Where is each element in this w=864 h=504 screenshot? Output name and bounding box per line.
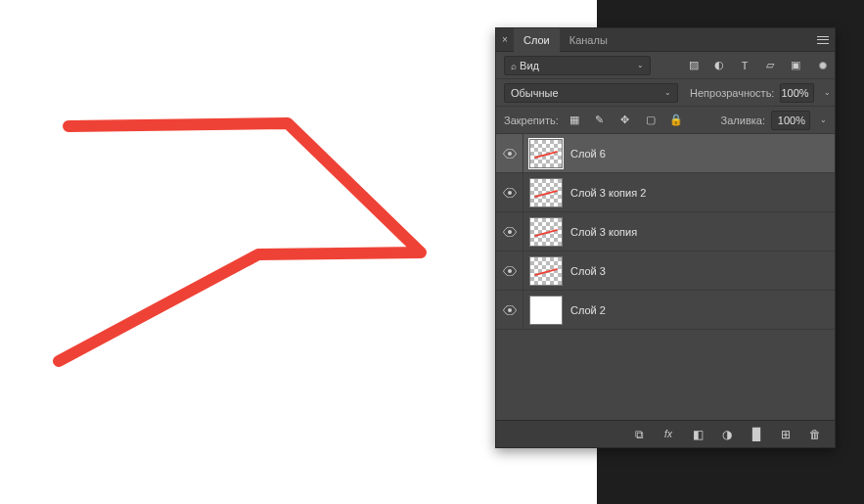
eye-icon	[503, 266, 517, 276]
eye-icon	[503, 227, 517, 237]
layer-thumbnail[interactable]	[529, 296, 563, 325]
eye-icon	[503, 188, 517, 198]
panel-footer: ⧉fx◧◑▉⊞🗑	[496, 420, 835, 447]
mask-icon[interactable]: ◧	[688, 425, 707, 444]
close-icon[interactable]: ×	[496, 28, 514, 52]
filter-toggle[interactable]	[819, 62, 827, 69]
type-filter-icon[interactable]: T	[735, 56, 754, 75]
lock-row: Закрепить: ▦✎✥▢🔒 Заливка: 100% ⌄	[496, 107, 835, 134]
smartobj-filter-icon[interactable]: ▣	[786, 56, 805, 75]
layer-name[interactable]: Слой 3 копия 2	[570, 187, 646, 199]
eye-icon	[503, 149, 517, 159]
image-filter-icon[interactable]: ▨	[684, 56, 704, 75]
filter-label: Вид	[520, 60, 539, 71]
svg-point-3	[508, 269, 512, 273]
lock-brush-icon[interactable]: ✎	[590, 111, 610, 130]
lock-label: Закрепить:	[504, 115, 559, 126]
blend-mode-select[interactable]: Обычные ⌄	[504, 83, 678, 103]
svg-point-4	[508, 308, 512, 312]
layer-thumbnail[interactable]	[529, 139, 563, 168]
layer-row[interactable]: Слой 2	[496, 291, 835, 330]
layer-row[interactable]: Слой 6	[496, 134, 835, 173]
layer-name[interactable]: Слой 6	[570, 148, 606, 160]
layer-row[interactable]: Слой 3 копия	[496, 212, 835, 252]
lock-pixels-icon[interactable]: ▦	[565, 111, 584, 130]
layers-list: Слой 6Слой 3 копия 2Слой 3 копияСлой 3Сл…	[496, 134, 835, 420]
layer-thumbnail[interactable]	[529, 217, 563, 247]
visibility-toggle[interactable]	[496, 134, 523, 172]
chevron-down-icon: ⌄	[664, 88, 671, 97]
visibility-toggle[interactable]	[496, 291, 523, 329]
lock-all-icon[interactable]: 🔒	[666, 111, 686, 130]
visibility-toggle[interactable]	[496, 173, 523, 211]
panel-header: × СлоиКаналы	[496, 28, 835, 52]
layer-thumbnail[interactable]	[529, 178, 563, 207]
lock-move-icon[interactable]: ✥	[615, 111, 635, 130]
fx-icon[interactable]: fx	[659, 425, 678, 444]
blend-mode-label: Обычные	[511, 87, 559, 99]
visibility-toggle[interactable]	[496, 212, 523, 251]
visibility-toggle[interactable]	[496, 252, 523, 290]
svg-point-2	[508, 230, 512, 234]
lock-artboard-icon[interactable]: ▢	[641, 111, 660, 130]
blend-row: Обычные ⌄ Непрозрачность: 100% ⌄	[496, 79, 835, 107]
layer-name[interactable]: Слой 3 копия	[570, 226, 637, 238]
group-icon[interactable]: ▉	[747, 425, 766, 444]
svg-point-1	[508, 191, 512, 195]
link-icon[interactable]: ⧉	[629, 425, 649, 444]
layer-name[interactable]: Слой 2	[570, 304, 606, 316]
chevron-down-icon[interactable]: ⌄	[820, 115, 827, 124]
tab-channels[interactable]: Каналы	[560, 28, 617, 52]
trash-icon[interactable]: 🗑	[805, 425, 825, 444]
layer-name[interactable]: Слой 3	[570, 265, 606, 277]
svg-point-0	[508, 152, 512, 156]
fill-input[interactable]: 100%	[771, 111, 810, 130]
new-layer-icon[interactable]: ⊞	[776, 425, 796, 444]
layer-thumbnail[interactable]	[529, 256, 563, 286]
fill-label: Заливка:	[721, 115, 765, 126]
tab-layers[interactable]: Слои	[514, 28, 560, 52]
chevron-down-icon: ⌄	[637, 61, 644, 69]
layers-panel: × СлоиКаналы ⌕ Вид ⌄ ▨◐T▱▣ Обычные ⌄ Неп…	[495, 27, 836, 448]
opacity-label: Непрозрачность:	[690, 87, 774, 99]
shape-filter-icon[interactable]: ▱	[760, 56, 780, 75]
adjust-filter-icon[interactable]: ◐	[709, 56, 729, 75]
layer-row[interactable]: Слой 3	[496, 252, 835, 291]
filter-row: ⌕ Вид ⌄ ▨◐T▱▣	[496, 52, 835, 79]
layer-row[interactable]: Слой 3 копия 2	[496, 173, 835, 212]
layer-filter-select[interactable]: ⌕ Вид ⌄	[504, 56, 651, 75]
panel-menu-icon[interactable]	[811, 28, 835, 52]
adjustment-icon[interactable]: ◑	[717, 425, 737, 444]
chevron-down-icon[interactable]: ⌄	[824, 88, 831, 97]
eye-icon	[503, 305, 517, 315]
opacity-input[interactable]: 100%	[780, 83, 813, 103]
